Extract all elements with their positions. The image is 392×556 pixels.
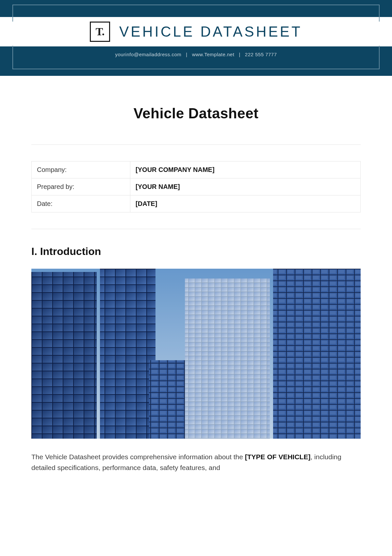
logo-text: T.	[96, 25, 105, 38]
table-cell-value: [DATE]	[130, 195, 361, 212]
intro-text-pre: The Vehicle Datasheet provides comprehen…	[31, 453, 245, 461]
table-cell-value: [YOUR NAME]	[130, 178, 361, 195]
svg-rect-17	[31, 269, 361, 439]
table-cell-label: Date:	[32, 195, 130, 212]
contact-line: yourinfo@emailaddress.com | www.Template…	[115, 52, 277, 57]
table-row: Prepared by:[YOUR NAME]	[32, 178, 361, 195]
intro-bold-placeholder: [TYPE OF VEHICLE]	[245, 453, 311, 461]
header-band: T. VEHICLE DATASHEET yourinfo@emailaddre…	[0, 0, 392, 76]
hero-image	[31, 269, 361, 439]
table-row: Date:[DATE]	[32, 195, 361, 212]
header-spacer	[0, 70, 392, 76]
logo-icon: T.	[90, 22, 110, 42]
info-table: Company:[YOUR COMPANY NAME]Prepared by:[…	[31, 161, 361, 212]
header-frame-top	[12, 5, 380, 22]
intro-paragraph: The Vehicle Datasheet provides comprehen…	[31, 452, 361, 473]
section-heading-introduction: I. Introduction	[31, 245, 361, 258]
document-title: Vehicle Datasheet	[31, 105, 361, 122]
header-title: VEHICLE DATASHEET	[119, 24, 302, 40]
table-row: Company:[YOUR COMPANY NAME]	[32, 161, 361, 178]
contact-site: www.Template.net	[192, 52, 235, 57]
page: T. VEHICLE DATASHEET yourinfo@emailaddre…	[0, 0, 392, 473]
header-frame-bottom: yourinfo@emailaddress.com | www.Template…	[12, 46, 380, 69]
table-cell-value: [YOUR COMPANY NAME]	[130, 161, 361, 178]
table-cell-label: Company:	[32, 161, 130, 178]
divider	[31, 229, 361, 229]
contact-phone: 222 555 7777	[245, 52, 277, 57]
divider	[31, 144, 361, 145]
content: Vehicle Datasheet Company:[YOUR COMPANY …	[0, 76, 392, 473]
contact-email: yourinfo@emailaddress.com	[115, 52, 181, 57]
table-cell-label: Prepared by:	[32, 178, 130, 195]
